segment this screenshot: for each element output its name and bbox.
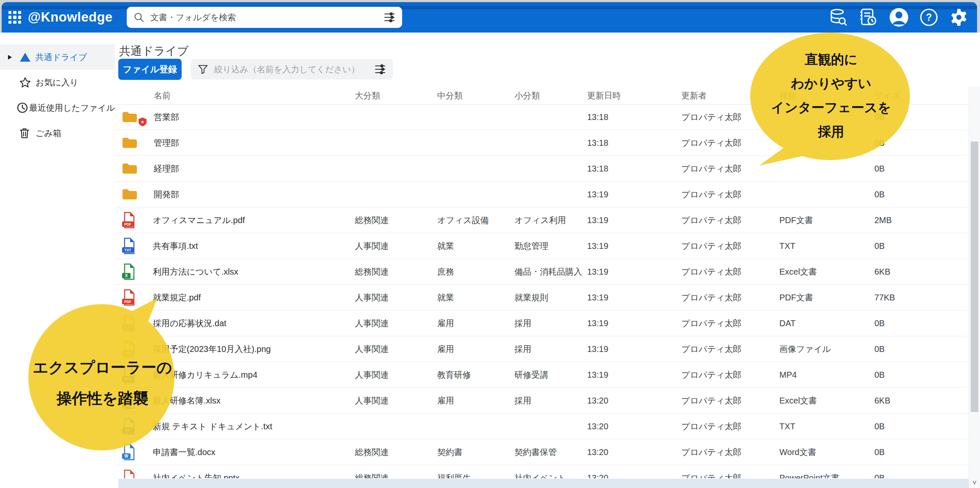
svg-text:PNG: PNG — [124, 351, 132, 355]
cell-updater: プロパティ太郎 — [681, 112, 779, 123]
cell-size: 0B — [874, 319, 969, 328]
account-icon[interactable] — [889, 8, 909, 27]
scrollbar-thumb[interactable] — [971, 142, 978, 412]
file-name: 管理部 — [154, 137, 179, 149]
column-header-4[interactable]: 更新日時 — [587, 90, 681, 101]
cell-size: 0B — [874, 241, 969, 251]
sidebar-item-1[interactable]: お気に入り — [0, 70, 115, 95]
table-row[interactable]: PDFオフィスマニュアル.pdf総務関連オフィス設備オフィス利用13:19プロパ… — [115, 207, 969, 233]
cell-updater: プロパティ太郎 — [681, 344, 779, 355]
star-icon — [19, 77, 31, 88]
table-row[interactable]: MP4新人研修カリキュラム.mp4人事関連教育研修研修受講13:19プロパティ太… — [115, 362, 969, 388]
cell-updated: 13:19 — [587, 370, 681, 380]
horizontal-scrollbar[interactable] — [118, 479, 969, 488]
table-row[interactable]: ★営業部13:18プロパティ太郎0B — [115, 104, 969, 130]
cell-updater: プロパティ太郎 — [681, 421, 779, 432]
svg-text:?: ? — [926, 12, 932, 23]
cell-size: 0B — [874, 370, 969, 380]
cell-updater: プロパティ太郎 — [681, 266, 779, 278]
table-row[interactable]: 管理部13:18プロパティ太郎0B — [115, 130, 969, 156]
cell-category1: 人事関連 — [355, 395, 437, 406]
table-row[interactable]: P社内イベント告知.pptx総務関連福利厚生社内イベント13:20プロパティ太郎… — [115, 465, 969, 478]
table-row[interactable]: X新人研修名簿.xlsx人事関連雇用採用13:20プロパティ太郎Excel文書6… — [115, 388, 969, 414]
table-row[interactable]: PDF就業規定.pdf人事関連就業就業規則13:19プロパティ太郎PDF文書77… — [115, 285, 969, 311]
cell-updated: 13:19 — [587, 319, 681, 328]
cell-updated: 13:20 — [587, 396, 681, 406]
column-header-3[interactable]: 小分類 — [514, 90, 587, 101]
column-header-2[interactable]: 中分類 — [437, 90, 514, 101]
file-icon-pptx: P — [122, 469, 136, 478]
table-row[interactable]: TXT共有事項.txt人事関連就業勤怠管理13:19プロパティ太郎TXT0B — [115, 233, 969, 259]
cell-category1: 総務関連 — [355, 266, 437, 278]
vertical-scrollbar[interactable]: ˅ — [969, 87, 980, 488]
database-search-icon[interactable] — [829, 8, 848, 27]
cell-updated: 13:19 — [587, 344, 681, 354]
table-row[interactable]: PNG採用予定(2023年10月入社).png人事関連雇用採用13:19プロパテ… — [115, 336, 969, 362]
table-row[interactable]: 経理部13:18プロパティ太郎0B — [115, 156, 969, 182]
filter-options-icon[interactable] — [374, 64, 386, 75]
column-header-0[interactable]: 名前 — [115, 90, 355, 101]
expander-icon[interactable] — [8, 55, 12, 60]
table-row[interactable]: TXT新規 テキスト ドキュメント.txt13:20プロパティ太郎TXT0B — [115, 414, 969, 439]
page-title: 共通ドライブ — [119, 44, 189, 59]
sidebar-item-0[interactable]: 共通ドライブ — [0, 44, 115, 70]
table-row[interactable]: W申請書一覧.docx総務関連契約書契約書保管13:20プロパティ太郎Word文… — [115, 439, 969, 465]
main-content: 共通ドライブ ファイル登録 絞り込み（名前を入力してください） 名前大分類中分類… — [115, 33, 980, 488]
cell-updater: プロパティ太郎 — [681, 472, 779, 479]
sidebar-item-label: 最近使用したファイル — [29, 102, 115, 114]
scrollbar-down-arrow[interactable]: ˅ — [969, 479, 980, 487]
trash-icon — [19, 128, 30, 139]
file-icon-txt: TXT — [122, 237, 136, 254]
toolbar: ファイル登録 絞り込み（名前を入力してください） — [118, 59, 393, 80]
search-options-icon[interactable] — [384, 12, 395, 23]
file-register-button[interactable]: ファイル登録 — [118, 59, 182, 80]
document-history-icon[interactable] — [859, 8, 878, 27]
svg-text:X: X — [125, 402, 128, 407]
cell-kind: TXT — [779, 422, 874, 431]
sidebar-item-2[interactable]: 最近使用したファイル — [0, 95, 115, 120]
cell-kind: PDF文書 — [779, 215, 874, 226]
column-header-7[interactable]: サイズ — [874, 90, 969, 101]
svg-text:DAT: DAT — [124, 325, 132, 330]
cell-category3: 社内イベント — [514, 472, 587, 479]
column-header-1[interactable]: 大分類 — [355, 90, 437, 101]
help-icon[interactable]: ? — [920, 8, 938, 27]
settings-gear-icon[interactable] — [949, 8, 969, 27]
file-icon-xlsx: X — [122, 392, 136, 409]
sidebar-item-label: 共通ドライブ — [35, 52, 87, 63]
cell-category2: 就業 — [437, 292, 514, 303]
filter-input[interactable]: 絞り込み（名前を入力してください） — [191, 59, 393, 79]
cell-updated: 13:20 — [587, 422, 681, 431]
table-row[interactable]: DAT採用の応募状況.dat人事関連雇用採用13:19プロパティ太郎DAT0B — [115, 311, 969, 336]
svg-text:X: X — [125, 273, 128, 278]
folder-icon — [122, 111, 137, 123]
cell-updater: プロパティ太郎 — [681, 292, 779, 303]
file-name: 利用方法について.xlsx — [153, 266, 238, 278]
table-row[interactable]: 開発部13:19プロパティ太郎0B — [115, 182, 969, 207]
file-name: オフィスマニュアル.pdf — [153, 215, 245, 226]
global-search-input[interactable]: 文書・フォルダを検索 — [127, 7, 402, 28]
cell-category2: 雇用 — [437, 344, 514, 355]
column-header-5[interactable]: 更新者 — [681, 90, 779, 101]
filter-placeholder: 絞り込み（名前を入力してください） — [214, 64, 374, 75]
table-row[interactable]: X利用方法について.xlsx総務関連庶務備品・消耗品購入13:19プロパティ太郎… — [115, 259, 969, 285]
file-icon-mp4: MP4 — [122, 366, 136, 383]
column-header-6[interactable]: 種類 — [779, 90, 874, 101]
cell-size: 0B — [874, 112, 969, 122]
cell-category3: 就業規則 — [514, 292, 587, 303]
search-icon — [133, 12, 144, 23]
file-name: 申請書一覧.docx — [153, 447, 215, 458]
folder-icon — [122, 162, 137, 175]
file-icon-txt: TXT — [122, 418, 136, 435]
cell-category2: 就業 — [437, 240, 514, 252]
cell-updated: 13:18 — [587, 164, 681, 174]
svg-text:W: W — [124, 454, 128, 458]
apps-grid-icon[interactable] — [8, 11, 21, 24]
cell-kind: TXT — [779, 241, 874, 251]
sidebar-item-3[interactable]: ごみ箱 — [0, 120, 115, 146]
cell-updated: 13:19 — [587, 215, 681, 225]
cell-size: 0B — [874, 422, 969, 431]
sidebar-item-label: お気に入り — [35, 77, 78, 88]
cell-category3: 採用 — [514, 344, 587, 355]
cell-kind: PowerPoint文書 — [779, 472, 874, 479]
